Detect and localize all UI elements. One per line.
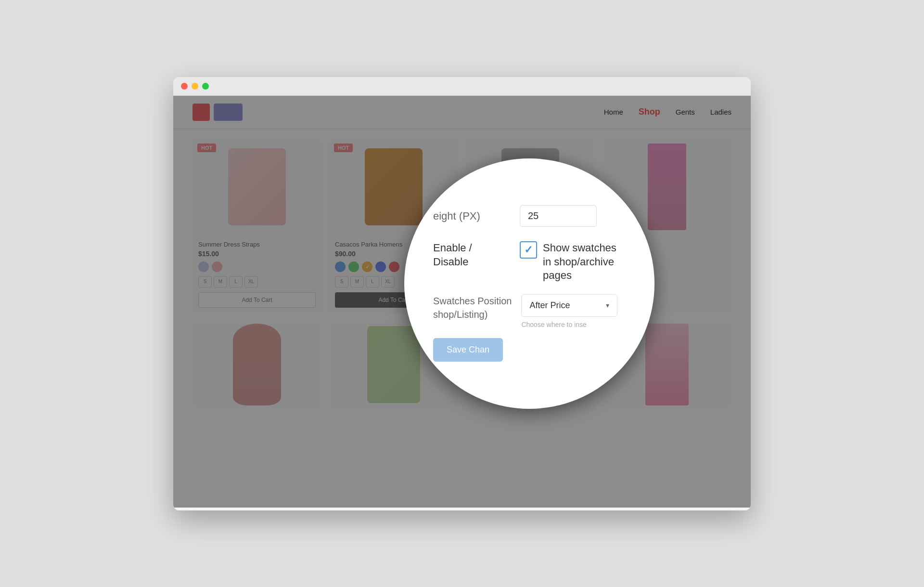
choose-hint: Choose where to inse	[521, 321, 617, 328]
swatches-position-dropdown[interactable]: After Price ▾	[521, 294, 617, 317]
shop-page: Home Shop Gents Ladies HOT Summer Dress …	[173, 96, 751, 508]
close-dot[interactable]	[181, 83, 188, 90]
checkbox-checkmark: ✓	[524, 244, 533, 256]
magnifier-circle: eight (PX) Enable / Disable ✓ Show swatc…	[404, 158, 654, 409]
dropdown-arrow-icon: ▾	[606, 301, 609, 309]
magnifier-content: eight (PX) Enable / Disable ✓ Show swatc…	[404, 158, 654, 409]
height-input[interactable]	[520, 205, 597, 227]
save-changes-button[interactable]: Save Chan	[433, 338, 503, 362]
show-swatches-label: Show swatches in shop/archive pages	[543, 241, 626, 283]
enable-disable-label: Enable / Disable	[433, 241, 510, 269]
dropdown-value: After Price	[529, 300, 570, 311]
minimize-dot[interactable]	[192, 83, 198, 90]
settings-control: ✓ Show swatches in shop/archive pages	[520, 241, 626, 283]
swatches-position-row: Swatches Positionshop/Listing) After Pri…	[433, 294, 626, 328]
show-swatches-checkbox[interactable]: ✓	[520, 241, 537, 259]
swatches-position-label: Swatches Positionshop/Listing)	[433, 294, 512, 321]
height-label: eight (PX)	[433, 210, 510, 222]
height-row: eight (PX)	[433, 205, 626, 227]
enable-disable-row: Enable / Disable ✓ Show swatches in shop…	[433, 241, 626, 283]
browser-chrome	[173, 77, 751, 96]
maximize-dot[interactable]	[202, 83, 209, 90]
